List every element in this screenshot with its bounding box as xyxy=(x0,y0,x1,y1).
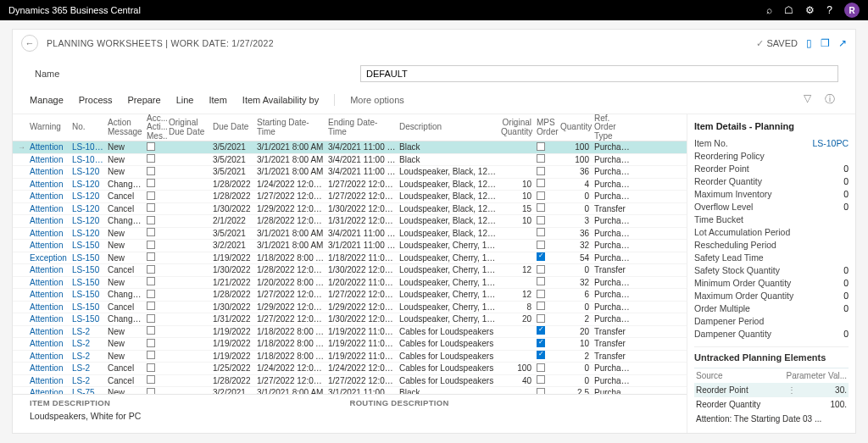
cell-mps[interactable] xyxy=(535,388,559,394)
cell-mps[interactable] xyxy=(535,339,559,349)
info-icon[interactable]: ⓘ xyxy=(821,91,838,108)
cell-mps[interactable] xyxy=(535,179,559,189)
cell-accept[interactable] xyxy=(145,302,167,312)
cell-warning[interactable]: Attention xyxy=(28,191,70,201)
bookmark-icon[interactable]: ▯ xyxy=(806,37,812,49)
cell-warning[interactable]: Attention xyxy=(28,388,70,394)
cell-warning[interactable]: Attention xyxy=(28,339,70,348)
cell-mps[interactable] xyxy=(535,167,559,177)
cell-accept[interactable] xyxy=(145,314,167,324)
cell-accept[interactable] xyxy=(145,388,167,394)
cell-warning[interactable]: Attention xyxy=(28,327,70,336)
table-row[interactable]: AttentionLS-120Cancel1/30/20221/29/2022 … xyxy=(13,203,687,216)
cell-warning[interactable]: Attention xyxy=(28,216,70,225)
bell-icon[interactable]: ☖ xyxy=(784,4,793,16)
cell-no[interactable]: LS-2 xyxy=(70,363,106,373)
cell-accept[interactable] xyxy=(145,216,167,226)
toolbar-line[interactable]: Line xyxy=(176,95,194,105)
cell-mps[interactable] xyxy=(535,203,559,213)
cell-no[interactable]: LS-10PC xyxy=(70,155,106,164)
cell-mps[interactable] xyxy=(535,241,559,251)
toolbar-item-availability[interactable]: Item Availability by xyxy=(242,95,319,105)
help-icon[interactable]: ? xyxy=(826,4,832,16)
table-row[interactable]: AttentionLS-2New1/19/20221/18/2022 8:00 … xyxy=(13,338,687,351)
cell-no[interactable]: LS-150 xyxy=(70,290,106,299)
cell-accept[interactable] xyxy=(145,252,167,263)
cell-warning[interactable]: Attention xyxy=(28,352,70,361)
cell-no[interactable]: LS-120 xyxy=(70,191,106,201)
avatar[interactable]: R xyxy=(844,3,860,18)
cell-accept[interactable] xyxy=(145,241,167,251)
table-row[interactable]: AttentionLS-2Cancel1/25/20221/24/2022 12… xyxy=(13,363,687,375)
cell-warning[interactable]: Attention xyxy=(28,229,70,238)
table-row[interactable]: AttentionLS-10PCNew3/5/20213/1/2021 8:00… xyxy=(13,154,687,167)
table-row[interactable]: AttentionLS-120Cancel1/28/20221/27/2022 … xyxy=(13,191,687,203)
table-row[interactable]: AttentionLS-120Change Qty.1/28/20221/24/… xyxy=(13,179,687,191)
toolbar-manage[interactable]: Manage xyxy=(30,95,64,105)
cell-mps[interactable] xyxy=(535,216,559,226)
untracked-row[interactable]: Attention: The Starting Date 03 ... xyxy=(694,412,849,426)
table-row[interactable]: AttentionLS-150Change Qty.1/31/20221/27/… xyxy=(13,313,687,326)
table-row[interactable]: AttentionLS-120New3/5/20213/1/2021 8:00 … xyxy=(13,166,687,179)
cell-accept[interactable] xyxy=(145,326,167,336)
cell-mps[interactable] xyxy=(535,314,559,324)
table-row[interactable]: AttentionLS-75New3/2/20213/1/2021 8:00 A… xyxy=(13,387,687,394)
cell-mps[interactable] xyxy=(535,290,559,300)
cell-warning[interactable]: Attention xyxy=(28,376,70,385)
cell-warning[interactable]: Attention xyxy=(28,167,70,176)
cell-no[interactable]: LS-150 xyxy=(70,241,106,250)
cell-mps[interactable] xyxy=(535,375,559,385)
cell-mps[interactable] xyxy=(535,326,559,336)
cell-mps[interactable] xyxy=(535,252,559,263)
cell-accept[interactable] xyxy=(145,290,167,300)
cell-warning[interactable]: Attention xyxy=(28,204,70,213)
back-button[interactable]: ← xyxy=(21,35,38,52)
row-menu-icon[interactable]: ⋮ xyxy=(786,385,798,395)
table-row[interactable]: AttentionLS-2New1/19/20221/18/2022 8:00 … xyxy=(13,326,687,339)
table-row[interactable]: ExceptionLS-150New1/19/20221/18/2022 8:0… xyxy=(13,252,687,265)
cell-accept[interactable] xyxy=(145,154,167,164)
cell-accept[interactable] xyxy=(145,375,167,385)
popout-icon[interactable]: ❐ xyxy=(821,37,830,49)
table-row[interactable]: AttentionLS-150Change Qty.1/28/20221/27/… xyxy=(13,289,687,302)
cell-accept[interactable] xyxy=(145,363,167,374)
cell-accept[interactable] xyxy=(145,265,167,275)
cell-no[interactable]: LS-2 xyxy=(70,339,106,348)
cell-accept[interactable] xyxy=(145,142,167,152)
cell-mps[interactable] xyxy=(535,302,559,312)
cell-no[interactable]: LS-75 xyxy=(70,388,106,394)
table-row[interactable]: AttentionLS-150Cancel1/30/20221/29/2022 … xyxy=(13,302,687,314)
cell-no[interactable]: LS-2 xyxy=(70,352,106,361)
table-row[interactable]: AttentionLS-120Change Qty.2/1/20221/28/2… xyxy=(13,215,687,228)
cell-warning[interactable]: Attention xyxy=(28,314,70,324)
cell-warning[interactable]: Attention xyxy=(28,290,70,299)
cell-accept[interactable] xyxy=(145,277,167,287)
cell-no[interactable]: LS-10PC xyxy=(70,142,106,152)
cell-no[interactable]: LS-150 xyxy=(70,314,106,324)
toolbar-prepare[interactable]: Prepare xyxy=(128,95,161,105)
cell-no[interactable]: LS-150 xyxy=(70,302,106,312)
filter-icon[interactable]: ▽ xyxy=(800,91,815,108)
table-row[interactable]: AttentionLS-150New1/21/20221/20/2022 8:0… xyxy=(13,277,687,290)
cell-warning[interactable]: Attention xyxy=(28,180,70,189)
table-row[interactable]: →AttentionLS-10PCNew3/5/20213/1/2021 8:0… xyxy=(13,141,687,154)
search-icon[interactable]: ⌕ xyxy=(766,4,772,16)
side-item-no[interactable]: LS-10PC xyxy=(812,138,849,148)
cell-no[interactable]: LS-150 xyxy=(70,265,106,274)
cell-no[interactable]: LS-120 xyxy=(70,180,106,189)
cell-no[interactable]: LS-120 xyxy=(70,167,106,176)
cell-mps[interactable] xyxy=(535,191,559,202)
cell-mps[interactable] xyxy=(535,363,559,374)
cell-mps[interactable] xyxy=(535,228,559,238)
cell-no[interactable]: LS-2 xyxy=(70,327,106,336)
cell-no[interactable]: LS-150 xyxy=(70,278,106,287)
toolbar-item[interactable]: Item xyxy=(209,95,226,105)
cell-warning[interactable]: Attention xyxy=(28,278,70,287)
cell-accept[interactable] xyxy=(145,179,167,189)
cell-no[interactable]: LS-150 xyxy=(70,253,106,263)
untracked-row[interactable]: Reorder Quantity100. xyxy=(694,397,849,412)
cell-no[interactable]: LS-120 xyxy=(70,229,106,238)
cell-accept[interactable] xyxy=(145,351,167,361)
untracked-title[interactable]: Untracked Planning Elements xyxy=(694,346,849,363)
table-row[interactable]: AttentionLS-120New3/5/20213/1/2021 8:00 … xyxy=(13,228,687,241)
